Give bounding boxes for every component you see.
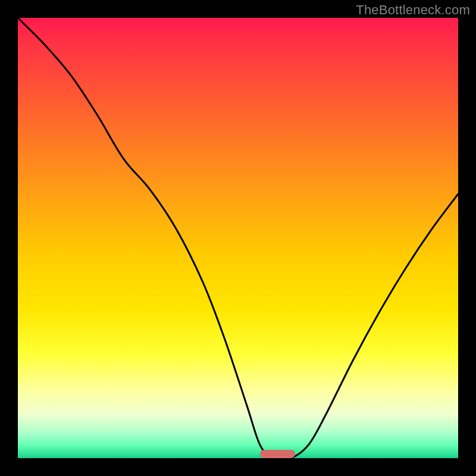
bottleneck-curve: [18, 18, 458, 458]
optimal-range-marker: [260, 450, 295, 458]
plot-area: [18, 18, 458, 458]
chart-frame: TheBottleneck.com: [0, 0, 476, 476]
watermark-text: TheBottleneck.com: [356, 2, 470, 18]
